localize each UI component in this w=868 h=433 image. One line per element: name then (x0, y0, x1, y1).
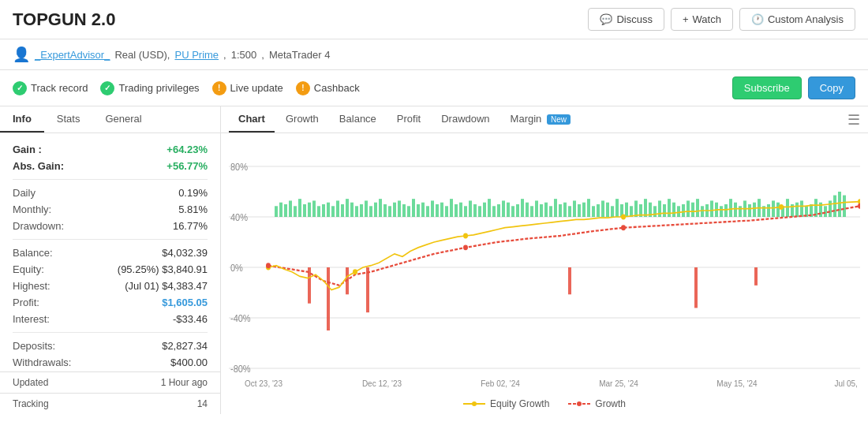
svg-rect-93 (668, 199, 671, 217)
chart-tabs: Chart Growth Balance Profit Drawdown Mar… (221, 106, 868, 133)
svg-point-155 (472, 401, 477, 406)
svg-point-140 (463, 233, 468, 239)
svg-rect-68 (549, 206, 552, 217)
tracking-value: 14 (197, 398, 208, 409)
svg-rect-40 (417, 204, 420, 217)
deposits-value: $2,827.34 (162, 340, 208, 352)
svg-rect-38 (407, 206, 410, 217)
svg-text:Feb 02, '24: Feb 02, '24 (481, 378, 520, 388)
bottom-stats: Updated 1 Hour ago (0, 371, 220, 393)
svg-rect-30 (369, 206, 372, 217)
svg-rect-39 (412, 199, 415, 217)
leverage: 1:500 (231, 49, 257, 61)
svg-rect-108 (739, 206, 742, 217)
platform: MetaTrader 4 (269, 49, 331, 61)
badges-bar: ✓ Track record ✓ Trading privileges ! Li… (0, 70, 868, 106)
svg-rect-126 (824, 206, 827, 217)
svg-rect-127 (829, 200, 832, 217)
svg-rect-48 (455, 204, 458, 217)
copy-button[interactable]: Copy (808, 77, 855, 99)
svg-rect-67 (544, 203, 548, 217)
svg-rect-69 (554, 199, 557, 217)
svg-rect-59 (507, 203, 510, 217)
balance-label: Balance: (13, 247, 53, 259)
chart-tab-drawdown[interactable]: Drawdown (432, 106, 499, 133)
withdrawals-label: Withdrawals: (13, 356, 71, 368)
user-link[interactable]: _ExpertAdvisor_ (35, 49, 110, 61)
warning-icon-cashback: ! (296, 81, 310, 95)
equity-value: (95.25%) $3,840.91 (118, 263, 208, 275)
subheader: 👤 _ExpertAdvisor_ Real (USD), PU Prime ,… (0, 39, 868, 70)
tab-general[interactable]: General (92, 106, 154, 133)
svg-rect-45 (440, 203, 443, 217)
chart-tab-balance[interactable]: Balance (330, 106, 386, 133)
updated-value: 1 Hour ago (161, 377, 208, 388)
svg-rect-91 (658, 200, 661, 217)
svg-rect-135 (568, 267, 571, 294)
broker-link[interactable]: PU Prime (174, 49, 219, 61)
drawdown-row: Drawdown: 16.77% (13, 218, 208, 234)
subscribe-button[interactable]: Subscribe (732, 77, 802, 99)
svg-rect-20 (322, 204, 325, 217)
svg-rect-27 (355, 206, 358, 217)
svg-rect-21 (327, 203, 330, 217)
header-actions: 💬 Discuss + Watch 🕐 Custom Analysis (588, 8, 855, 31)
gain-row: Gain : +64.23% (13, 141, 208, 158)
interest-row: Interest: -$33.46 (13, 311, 208, 327)
svg-rect-65 (535, 200, 538, 217)
chart-tab-profit[interactable]: Profit (387, 106, 430, 133)
badge-trading-privileges: ✓ Trading privileges (100, 81, 199, 95)
growth-line-icon (568, 400, 590, 408)
chart-settings-icon[interactable]: ☰ (847, 111, 860, 129)
svg-rect-78 (597, 204, 600, 217)
tracking-label: Tracking (13, 398, 49, 409)
chart-tab-chart[interactable]: Chart (229, 106, 275, 133)
svg-rect-53 (478, 206, 481, 217)
profit-label: Profit: (13, 297, 39, 308)
svg-rect-94 (672, 203, 675, 217)
svg-rect-26 (350, 203, 354, 217)
separator2: , (261, 49, 264, 61)
withdrawals-value: $400.00 (170, 356, 208, 368)
monthly-value: 5.81% (178, 203, 208, 215)
svg-point-157 (577, 401, 582, 406)
svg-rect-118 (786, 199, 789, 217)
svg-rect-62 (521, 199, 524, 217)
svg-point-139 (353, 269, 357, 274)
svg-rect-88 (644, 199, 647, 217)
svg-text:-40%: -40% (230, 312, 251, 324)
svg-rect-13 (289, 200, 292, 217)
svg-text:-80%: -80% (230, 363, 251, 375)
svg-rect-60 (511, 206, 514, 217)
chart-tab-margin[interactable]: Margin New (501, 106, 580, 133)
svg-rect-102 (710, 200, 713, 217)
chart-tab-growth[interactable]: Growth (276, 106, 328, 133)
svg-text:Oct 23, '23: Oct 23, '23 (245, 378, 282, 388)
svg-rect-19 (317, 206, 320, 217)
svg-rect-72 (568, 206, 571, 217)
svg-rect-120 (795, 203, 799, 217)
abs-gain-row: Abs. Gain: +56.77% (13, 158, 208, 174)
gain-label: Gain : (13, 144, 42, 155)
chart-area: 80% 40% 0% -40% -80% (221, 133, 868, 394)
svg-rect-74 (578, 204, 581, 217)
svg-rect-29 (365, 200, 368, 217)
svg-rect-71 (563, 203, 567, 217)
svg-rect-121 (800, 200, 803, 217)
tab-stats[interactable]: Stats (44, 106, 93, 133)
watch-button[interactable]: + Watch (671, 8, 733, 31)
svg-rect-46 (445, 206, 448, 217)
svg-rect-80 (606, 203, 609, 217)
header: TOPGUN 2.0 💬 Discuss + Watch 🕐 Custom An… (0, 0, 868, 106)
legend-equity-growth: Equity Growth (463, 398, 549, 409)
account-type: Real (USD), (114, 49, 170, 61)
custom-analysis-button[interactable]: 🕐 Custom Analysis (739, 8, 855, 31)
svg-text:Jul 05, '24: Jul 05, '24 (834, 378, 860, 388)
abs-gain-value: +56.77% (166, 160, 208, 172)
equity-row: Equity: (95.25%) $3,840.91 (13, 261, 208, 278)
tab-info[interactable]: Info (0, 106, 44, 133)
discuss-button[interactable]: 💬 Discuss (588, 8, 664, 31)
drawdown-value: 16.77% (173, 220, 208, 232)
withdrawals-row: Withdrawals: $400.00 (13, 354, 208, 371)
svg-rect-36 (398, 200, 401, 217)
